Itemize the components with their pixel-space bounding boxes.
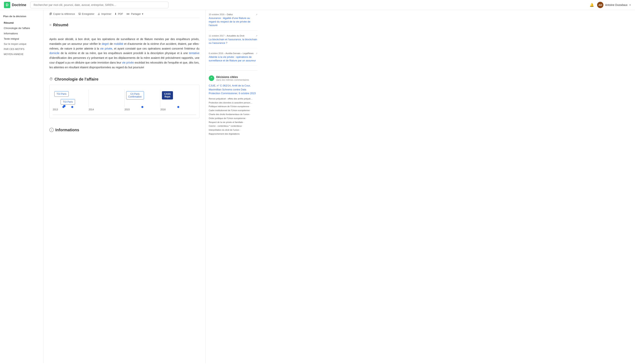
print-button[interactable]: 🖨 Imprimer (98, 12, 111, 16)
article-3-date: 6 octobre 2016 (209, 52, 223, 54)
main-decision-link[interactable]: CJUE, n° C-362/14, Arrêt de la Cour, Max… (209, 84, 258, 95)
decisions-cited-subtitle: dans les mêmes commentaires (216, 78, 249, 81)
sidebar-item-resume[interactable]: Résumé (0, 20, 43, 26)
article-1-source: Dalloz (227, 13, 233, 16)
toolbar: 🗐 Copier la référence 🖫 Enregistrer 🖨 Im… (49, 10, 200, 18)
external-link-icon-1[interactable]: ↗ (256, 13, 258, 16)
timeline-event-tgi-paris-2[interactable]: TGI Paris (60, 99, 75, 104)
article-item-2: 11 octobre 2017 – Actualités du Droit ↗ … (209, 34, 258, 48)
header-right: 🔔 AD Antoine Dusséaux ▼ (590, 2, 631, 8)
user-area[interactable]: AD Antoine Dusséaux ▼ (597, 2, 631, 8)
link-vie-privee-1[interactable]: vie privée (100, 47, 112, 50)
article-3-source: Aurélia Gervais – LegalNews (226, 52, 254, 54)
year-label-2015: 2015 (124, 108, 130, 111)
quote-icon: " (209, 76, 214, 81)
timeline-container: TGI Paris TGI Paris 2013 2014 (49, 85, 200, 118)
copy-reference-button[interactable]: 🗐 Copier la référence (49, 12, 75, 16)
sidebar-item-moyen-annexe[interactable]: MOYEN ANNEXE (0, 52, 43, 57)
copy-icon: 🗐 (49, 12, 52, 16)
sidebar-item-par-ces-motifs[interactable]: PAR CES MOTIFS (0, 46, 43, 52)
decisions-cited-title: Décisions citées (216, 76, 249, 78)
sidebar-item-sur-le-moyen[interactable]: Sur le moyen unique (0, 42, 43, 46)
article-2-title[interactable]: La blockchain et l'assurance, la blockch… (209, 38, 258, 45)
main-layout: Plan de la décision Résumé Chronologie d… (0, 10, 635, 363)
link-vie-privee-2[interactable]: vie privée (122, 61, 134, 64)
share-button[interactable]: ⋙ Partager ▾ (126, 12, 143, 16)
chronologie-icon: ⏱ (49, 77, 53, 81)
external-link-icon-2[interactable]: ↗ (256, 34, 258, 37)
logo-text: Doctrine (12, 3, 26, 7)
article-2-source: Actualités du Droit (227, 34, 244, 37)
sidebar: Plan de la décision Résumé Chronologie d… (0, 10, 44, 363)
sidebar-item-texte-integral[interactable]: Texte intégral (0, 36, 43, 42)
chronologie-section: ⏱ Chronologie de l'affaire TGI Paris TGI… (49, 77, 200, 118)
pdf-icon: ⬇ (114, 12, 117, 16)
print-icon: 🖨 (98, 12, 100, 16)
article-item-1: 10 octobre 2016 – Dalloz ↗ Assurance : l… (209, 13, 258, 30)
resume-section: ≡ Résumé Après avoir décidé, à bon droit… (49, 23, 200, 70)
sidebar-item-chronologie[interactable]: Chronologie de l'affaire (0, 26, 43, 31)
logo-area: D Doctrine (4, 2, 26, 8)
sidebar-title: Plan de la décision (0, 13, 43, 20)
decisions-cited-section: " Décisions citées dans les mêmes commen… (209, 76, 258, 136)
timeline-event-ca-paris[interactable]: CA ParisConfirmation (126, 91, 144, 100)
share-icon: ⋙ (126, 12, 130, 16)
informations-icon: i (49, 128, 54, 132)
timeline-event-tgi-paris-1[interactable]: TGI Paris (54, 91, 69, 97)
user-name: Antoine Dusséaux (605, 3, 628, 6)
resume-divider (49, 32, 200, 32)
save-button[interactable]: 🖫 Enregistrer (78, 12, 94, 16)
doctrine-logo-icon: D (4, 2, 10, 8)
external-link-icon-3[interactable]: ↗ (256, 52, 258, 55)
sidebar-item-informations[interactable]: Informations (0, 31, 43, 36)
year-label-2013: 2013 (53, 108, 58, 111)
link-degre[interactable]: degré (102, 42, 109, 46)
article-2-date: 11 octobre 2017 (209, 34, 224, 37)
right-panel: 10 octobre 2016 – Dalloz ↗ Assurance : l… (205, 10, 261, 363)
article-item-3: 6 octobre 2016 – Aurélia Gervais – Legal… (209, 52, 258, 66)
chevron-down-icon: ▼ (629, 4, 631, 6)
article-1-date: 10 octobre 2016 (209, 13, 224, 16)
right-panel-divider (209, 70, 258, 71)
avatar: AD (597, 2, 604, 8)
link-domicile[interactable]: domicile (49, 52, 60, 55)
content-area: 🗐 Copier la référence 🖫 Enregistrer 🖨 Im… (44, 10, 205, 363)
resume-text: Après avoir décidé, à bon droit, que les… (49, 37, 200, 70)
notification-bell-icon[interactable]: 🔔 (590, 3, 594, 7)
resume-title: ≡ Résumé (49, 23, 200, 27)
header: D Doctrine 🔔 AD Antoine Dusséaux ▼ (0, 0, 635, 10)
save-icon: 🖫 (78, 12, 81, 16)
timeline-line (53, 115, 196, 115)
share-chevron-icon: ▾ (142, 12, 143, 16)
chronologie-title: ⏱ Chronologie de l'affaire (49, 77, 200, 82)
decision-tags: Renvoi préjudiciel - effets des arrêts p… (209, 97, 258, 136)
article-3-title[interactable]: Atteinte à la vie privée : opérations de… (209, 55, 258, 62)
link-mobilite[interactable]: mobilité (114, 42, 123, 46)
year-label-2016: 2016 (160, 108, 166, 111)
articles-list: 10 octobre 2016 – Dalloz ↗ Assurance : l… (209, 13, 258, 66)
resume-icon: ≡ (49, 23, 52, 27)
timeline-event-cass-rejet[interactable]: CASSRejet (162, 91, 173, 100)
search-input[interactable] (30, 2, 168, 8)
article-1-title[interactable]: Assurance : légalité d'une filature au r… (209, 16, 258, 27)
informations-title: i Informations (49, 128, 200, 132)
pdf-button[interactable]: ⬇ PDF (114, 12, 123, 16)
year-label-2014: 2014 (89, 108, 94, 111)
link-tentative[interactable]: tentative (189, 52, 200, 55)
informations-section: i Informations (49, 128, 200, 132)
